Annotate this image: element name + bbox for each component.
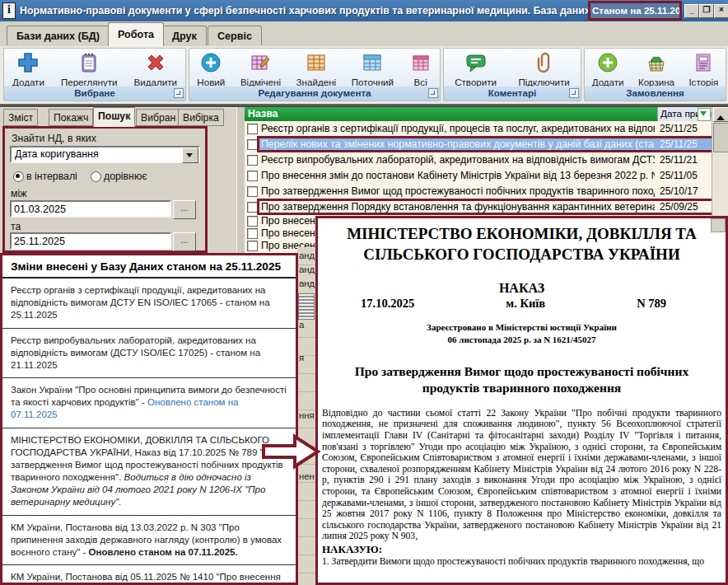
date-from-input[interactable]	[10, 200, 171, 218]
row-checkbox[interactable]	[247, 216, 258, 227]
list-item[interactable]: КМ України, Постанова від 13.03.2022 р. …	[2, 516, 296, 566]
dialog-launcher-icon[interactable]	[569, 88, 579, 98]
row-checkbox[interactable]	[247, 124, 258, 134]
criteria-select[interactable]: Дата коригування	[10, 146, 200, 163]
tab-work[interactable]: Робота	[108, 22, 164, 46]
list-item[interactable]: КМ України, Постанова від 05.11.2025 № 1…	[2, 565, 296, 585]
search-find-label: Знайти НД, в яких	[12, 133, 96, 144]
current-document-button[interactable]: Поточний	[348, 50, 397, 89]
dialog-launcher-icon[interactable]	[174, 88, 184, 98]
table-row[interactable]: Реєстр органів з сертифікації продукції,…	[245, 121, 712, 137]
radio-equals[interactable]	[91, 171, 101, 182]
radio-interval[interactable]	[13, 171, 24, 182]
new-document-button[interactable]: Новий	[194, 50, 228, 89]
sidetab-search[interactable]: Пошук	[93, 107, 135, 127]
list-item[interactable]: Закон України "Про основні принципита ви…	[2, 378, 296, 428]
text-fragment: ння	[299, 410, 315, 420]
changes-panel-title: Зміни внесені у Базу Даних станом на 25.…	[2, 255, 296, 278]
registration-note: Зареєстровано в Міністерстві юстиції Укр…	[318, 321, 726, 346]
doc-type: НАКАЗ	[318, 281, 726, 296]
tab-print[interactable]: Друк	[162, 26, 207, 45]
create-comment-button[interactable]: Створити	[451, 50, 500, 89]
radio-interval-label[interactable]: в інтервалі	[26, 171, 77, 182]
sidetab-contents[interactable]: Зміст	[3, 109, 38, 126]
text-fragment: а	[299, 320, 304, 330]
row-checkbox[interactable]	[247, 155, 258, 166]
close-button[interactable]: ×	[714, 4, 728, 18]
red-arrow-annotation	[262, 433, 321, 470]
date-to-picker-button[interactable]: ...	[173, 232, 196, 251]
group-label-comments: Коментарі	[444, 87, 581, 101]
basket-button[interactable]: Корзина	[635, 50, 678, 89]
attach-comment-button[interactable]: Підключити	[515, 50, 572, 89]
dialog-launcher-icon[interactable]	[428, 88, 438, 98]
scrollbar-thumb[interactable]	[713, 123, 728, 152]
group-label-editing: Редагування документа	[189, 87, 440, 101]
sidetab-selection[interactable]: Вибірка	[178, 109, 224, 126]
scrollbar-thumb[interactable]	[298, 293, 315, 320]
red-x-icon	[144, 51, 167, 74]
all-documents-button[interactable]: Всі	[406, 50, 436, 89]
text-fragment: нен	[299, 471, 315, 481]
view-button[interactable]: Переглянути	[58, 50, 121, 89]
sidetab-index[interactable]: Покажч	[49, 109, 93, 126]
doc-body: Відповідно до частини сьомої статті 22 З…	[322, 408, 721, 542]
history-news-icon	[692, 51, 715, 74]
sidetab-chosen[interactable]: Вибран	[136, 109, 180, 126]
column-header-name[interactable]: Назва	[245, 107, 657, 121]
ribbon-group-comments: Створити Підключити Коментарі	[443, 48, 581, 101]
ribbon-group-editing: Новий Відмічені Знайдені Поточний Всі Ре…	[189, 48, 441, 101]
paperclip-icon	[533, 51, 556, 74]
add-favorite-button[interactable]: Додати	[9, 50, 48, 89]
date-to-input[interactable]	[10, 232, 171, 250]
row-checkbox[interactable]	[247, 171, 258, 181]
date-from-picker-button[interactable]: ...	[173, 200, 196, 219]
doc-meta-row: 17.10.2025 м. Київ N 789	[318, 296, 726, 311]
list-item[interactable]: Реєстр органів з сертифікації продукції,…	[2, 278, 296, 329]
table-row-selected[interactable]: Перелік нових та змінених нормативно-пра…	[245, 137, 712, 152]
current-table-icon	[361, 51, 384, 74]
between-label: між	[11, 188, 26, 199]
preview-scroll-button[interactable]	[711, 218, 726, 232]
doc-resolve: НАКАЗУЮ:	[322, 543, 721, 556]
text-fragment: анд	[299, 278, 315, 288]
document-preview: МІНІСТЕРСТВО ЕКОНОМІКИ, ДОВКІЛЛЯ ТА СІЛЬ…	[315, 216, 728, 585]
found-documents-button[interactable]: Знайдені	[293, 50, 340, 89]
marked-documents-button[interactable]: Відмічені	[237, 50, 284, 89]
list-item[interactable]: МІНІСТЕРСТВО ЕКОНОМІКИ, ДОВКІЛЛЯ ТА СІЛЬ…	[2, 428, 296, 516]
found-table-icon	[305, 51, 328, 74]
doc-title: Про затвердження Вимог щодо простежувано…	[331, 363, 712, 397]
app-window: і Нормативно-правові документи у сфері б…	[0, 0, 728, 585]
sort-descending-icon[interactable]	[698, 108, 711, 121]
table-row[interactable]: Реєстр випробувальних лабораторій, акред…	[245, 152, 712, 168]
comment-bubble-icon	[464, 51, 488, 74]
radio-equals-label[interactable]: дорівнює	[104, 171, 147, 182]
row-checkbox[interactable]	[247, 228, 258, 239]
scroll-up-icon[interactable]	[713, 107, 728, 122]
table-row-outlined[interactable]: Про затвердження Порядку встановлення та…	[245, 199, 712, 215]
row-checkbox[interactable]	[247, 241, 258, 251]
maximize-button[interactable]: ❐	[699, 4, 714, 18]
add-order-button[interactable]: Додати	[589, 50, 628, 89]
changes-panel: Зміни внесені у Базу Даних станом на 25.…	[0, 253, 298, 585]
delete-button[interactable]: Видалити	[131, 50, 180, 89]
group-label-favorites: Вибране	[4, 87, 185, 101]
tab-databases[interactable]: Бази даних (БД)	[7, 26, 110, 45]
doc-cutoff-line: 1. Затвердити Вимоги щодо простежуваност…	[322, 556, 721, 567]
and-label: та	[11, 221, 21, 232]
group-label-orders: Замовлення	[585, 87, 726, 101]
minimize-button[interactable]: _	[684, 4, 699, 18]
text-fragment: я	[299, 353, 304, 363]
table-row[interactable]: Про затвердження Вимог щод простежуванос…	[245, 184, 712, 199]
chevron-down-icon[interactable]	[182, 147, 198, 163]
green-circle-plus-icon	[596, 51, 619, 74]
tab-service[interactable]: Сервіс	[208, 26, 262, 45]
criteria-value: Дата коригування	[15, 148, 99, 160]
window-title: Нормативно-правові документи у сфері без…	[20, 5, 593, 16]
history-button[interactable]: Історія	[685, 50, 721, 89]
list-item[interactable]: Реєстр випробувальних лабораторій, акред…	[2, 329, 296, 379]
text-fragment: анд	[299, 250, 315, 260]
row-checkbox[interactable]	[247, 186, 258, 197]
ministry-heading: МІНІСТЕРСТВО ЕКОНОМІКИ, ДОВКІЛЛЯ ТА СІЛЬ…	[329, 223, 714, 264]
table-row[interactable]: Про внесення змін до постанови Кабінету …	[245, 168, 712, 184]
